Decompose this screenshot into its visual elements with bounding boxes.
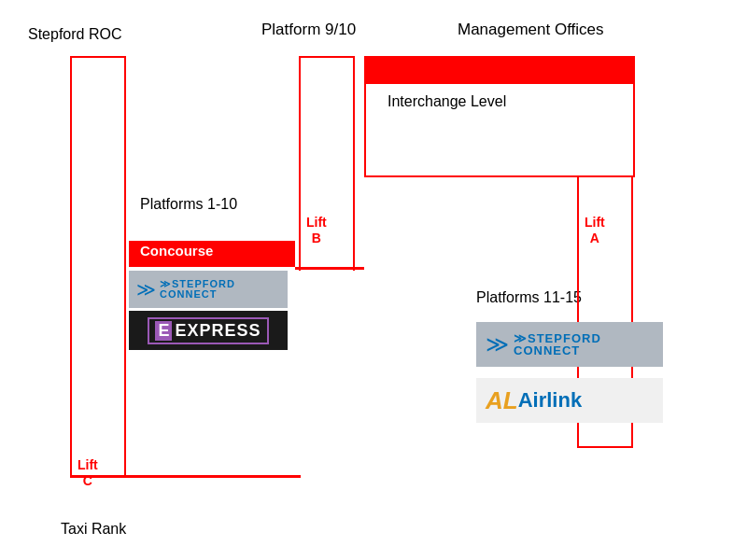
stepford-roc-label: Stepford ROC [28,26,121,43]
express-logo: E EXPRESS [129,311,288,350]
lift-b-label: LiftB [306,215,327,246]
express-border: E EXPRESS [148,317,268,344]
airlink-text: Airlink [518,388,582,413]
airlink-al-text: AL [486,386,518,415]
airlink-logo: AL Airlink [476,378,663,423]
station-diagram: Stepford ROC Platform 9/10 Management Of… [0,0,747,560]
express-text: EXPRESS [175,321,261,341]
platform-910-label: Platform 9/10 [261,21,356,39]
sc-connect-bottom: CONNECT [514,344,601,357]
sc-text-bottom: ≫STEPFORD CONNECT [514,332,601,357]
lift-c-label: LiftC [78,457,98,489]
sc-arrow-top-icon: ≫ [136,278,156,301]
concourse-label: Concourse [140,243,213,259]
platforms-1-10-label: Platforms 1-10 [140,196,237,213]
bottom-line-left [70,475,301,478]
sc-text-top: ≫STEPFORD CONNECT [160,279,235,300]
management-offices-label: Management Offices [458,21,604,39]
express-e-icon: E [155,321,172,341]
sc-connect-top: CONNECT [160,289,235,300]
stepford-connect-logo-bottom: ≫ ≫STEPFORD CONNECT [476,322,663,367]
lift-a-label: LiftA [585,215,605,246]
taxi-rank-label: Taxi Rank [61,521,126,538]
left-structure-box [70,56,126,476]
sc-arrow-bottom-icon: ≫ [486,331,509,357]
stepford-connect-logo-top: ≫ ≫STEPFORD CONNECT [129,271,288,308]
platforms-11-15-label: Platforms 11-15 [476,289,582,306]
interchange-box [364,56,635,177]
